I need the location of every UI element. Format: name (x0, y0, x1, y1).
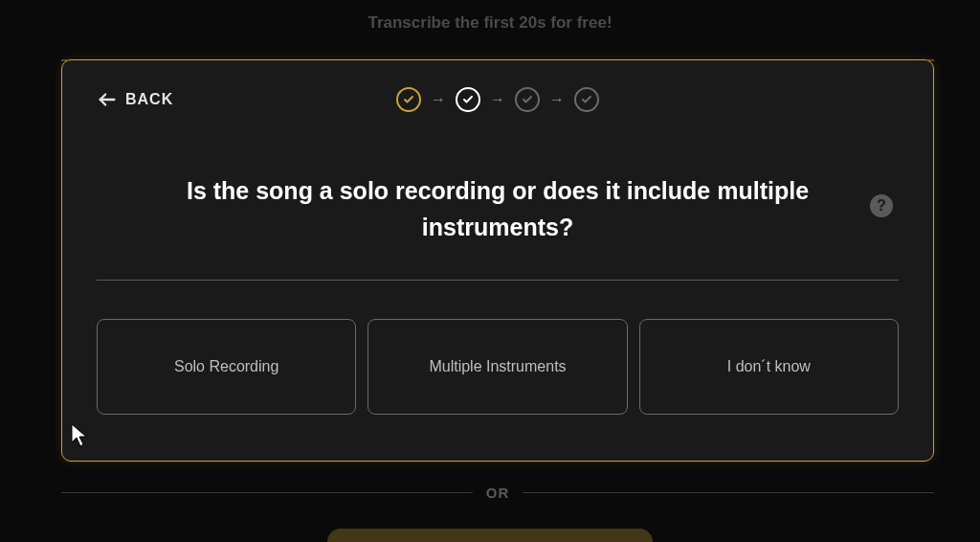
cta-pill-partial (327, 529, 653, 542)
step-4 (574, 87, 599, 112)
options-row: Solo Recording Multiple Instruments I do… (97, 319, 899, 415)
back-label: BACK (125, 91, 173, 108)
step-1 (396, 87, 421, 112)
check-icon (403, 94, 414, 105)
option-multiple-instruments[interactable]: Multiple Instruments (368, 319, 627, 415)
question-modal: BACK → → → Is the song a solo recording … (61, 59, 934, 462)
step-3 (515, 87, 540, 112)
help-icon[interactable]: ? (870, 194, 893, 217)
progress-stepper: → → → (396, 87, 599, 112)
question-text: Is the song a solo recording or does it … (97, 173, 899, 245)
or-line-right (523, 492, 934, 493)
option-solo-recording[interactable]: Solo Recording (97, 319, 356, 415)
check-icon (522, 94, 533, 105)
step-2 (456, 87, 480, 112)
promo-banner: Transcribe the first 20s for free! (0, 0, 980, 33)
or-label: OR (486, 485, 510, 501)
arrow-left-icon (97, 89, 118, 110)
back-button[interactable]: BACK (97, 89, 173, 110)
or-line-left (61, 492, 473, 493)
arrow-right-icon: → (431, 91, 446, 108)
check-icon (462, 94, 474, 105)
arrow-right-icon: → (490, 91, 505, 108)
check-icon (581, 94, 592, 105)
arrow-right-icon: → (549, 91, 565, 108)
divider (97, 280, 899, 281)
or-separator: OR (61, 485, 934, 501)
option-dont-know[interactable]: I don´t know (639, 319, 899, 415)
